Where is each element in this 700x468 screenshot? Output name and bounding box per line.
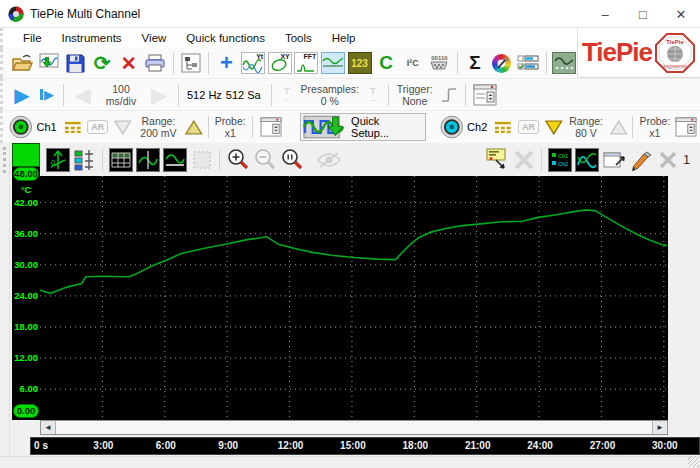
horizontal-cursors-button[interactable] bbox=[161, 146, 188, 174]
graph-colors-button[interactable] bbox=[627, 146, 654, 174]
sigma-icon: Σ bbox=[469, 52, 480, 74]
new-window-icon bbox=[602, 149, 626, 171]
resize-grip[interactable] bbox=[688, 456, 699, 467]
new-meter-button[interactable]: 123 bbox=[346, 50, 373, 76]
delete-button[interactable]: ✕ bbox=[115, 50, 142, 76]
scroll-right-button[interactable]: ► bbox=[652, 421, 667, 434]
delete-comments-button[interactable] bbox=[510, 146, 537, 174]
record-length-readout: 512 Sa bbox=[226, 89, 261, 101]
x-tick-label: 3:00 bbox=[93, 440, 113, 451]
menu-quick-functions[interactable]: Quick functions bbox=[176, 30, 275, 46]
zoom-reset-button[interactable] bbox=[278, 146, 305, 174]
zoom-in-button[interactable] bbox=[224, 146, 251, 174]
trigger-edge-icon[interactable] bbox=[440, 85, 458, 105]
delete-icon: ✕ bbox=[121, 52, 137, 75]
x-tick-label: 0 s bbox=[34, 440, 48, 451]
y-tick-label: 24.00 bbox=[14, 290, 38, 301]
serial-analyzer-button[interactable]: 00110 bbox=[426, 50, 453, 76]
new-yt-graph-button[interactable]: Yt bbox=[240, 50, 267, 76]
timebase-slower-button[interactable]: ◀ bbox=[68, 82, 98, 108]
ch2-settings-button[interactable] bbox=[673, 114, 700, 140]
toolbar-separator bbox=[178, 84, 179, 106]
object-tree-button[interactable] bbox=[178, 50, 205, 76]
menu-instruments[interactable]: Instruments bbox=[52, 30, 132, 46]
title-bar: TiePie Multi Channel – □ ✕ bbox=[0, 0, 700, 28]
maximize-button[interactable]: □ bbox=[624, 0, 662, 28]
trigger-readout[interactable]: Trigger: None bbox=[393, 83, 437, 107]
channel-list-settings-button[interactable] bbox=[515, 50, 542, 76]
can-analyzer-button[interactable]: C bbox=[373, 50, 400, 76]
y-axis-strip: 48.00 °C 42.0036.0030.0024.0018.0012.006… bbox=[12, 143, 40, 420]
open-in-window-button[interactable] bbox=[600, 146, 627, 174]
ch2-bnc-icon[interactable] bbox=[440, 115, 464, 139]
rect-zoom-button[interactable] bbox=[188, 146, 215, 174]
legend-toggle-button[interactable]: Ch1 Ch2 bbox=[546, 146, 573, 174]
presamples-increase-button[interactable]: T → bbox=[362, 87, 384, 103]
menu-help[interactable]: Help bbox=[322, 30, 366, 46]
timebase-value: 100 bbox=[98, 83, 144, 95]
import-data-button[interactable] bbox=[36, 50, 63, 76]
ch1-settings-button[interactable] bbox=[257, 114, 284, 140]
toolbar-separator bbox=[63, 84, 64, 106]
ch2-range-value: 80 V bbox=[564, 127, 609, 139]
active-graph-icon bbox=[321, 52, 345, 74]
vertical-cursors-button[interactable] bbox=[134, 146, 161, 174]
one-shot-button[interactable]: ▶ bbox=[35, 82, 59, 108]
scroll-left-button[interactable]: ◄ bbox=[41, 421, 56, 434]
presamples-decrease-button[interactable]: T ← bbox=[276, 87, 298, 103]
menu-file[interactable]: File bbox=[13, 30, 52, 46]
refresh-button[interactable]: ⟳ bbox=[89, 50, 116, 76]
color-settings-button[interactable] bbox=[488, 50, 515, 76]
ch1-coupling-icon[interactable] bbox=[63, 120, 83, 134]
y-axis-slider[interactable] bbox=[12, 143, 40, 167]
sources-list-button[interactable] bbox=[71, 146, 98, 174]
scrollbar-track[interactable] bbox=[56, 421, 652, 434]
ch1-range-down-icon[interactable] bbox=[113, 119, 133, 136]
ch2-coupling-icon[interactable] bbox=[493, 120, 513, 134]
open-folder-icon bbox=[11, 54, 33, 72]
value-table-button[interactable] bbox=[107, 146, 134, 174]
data-logger-button[interactable] bbox=[551, 50, 578, 76]
zoom-out-button[interactable] bbox=[251, 146, 278, 174]
ch1-autorange-button[interactable]: AR bbox=[87, 120, 108, 134]
add-comment-button[interactable] bbox=[483, 146, 510, 174]
graph-index-label: 1 bbox=[683, 153, 690, 167]
quick-setup-button[interactable]: Quick Setup... bbox=[300, 113, 426, 141]
print-button[interactable] bbox=[142, 50, 169, 76]
add-instrument-button[interactable]: + bbox=[213, 50, 240, 76]
active-graph-button[interactable] bbox=[320, 50, 347, 76]
new-fft-graph-button[interactable]: FFT bbox=[293, 50, 320, 76]
menu-view[interactable]: View bbox=[132, 30, 177, 46]
timebase-faster-button[interactable]: ▶ bbox=[144, 82, 174, 108]
instrument-settings-button[interactable] bbox=[470, 82, 500, 108]
zoom-reset-icon bbox=[280, 148, 304, 172]
axis-settings-button[interactable]: 0 bbox=[44, 146, 71, 174]
add-icon: + bbox=[220, 50, 233, 76]
close-graph-button[interactable] bbox=[654, 146, 681, 174]
ch1-range-label: Range: bbox=[133, 115, 184, 127]
menu-tools[interactable]: Tools bbox=[275, 30, 322, 46]
math-sigma-button[interactable]: Σ bbox=[462, 50, 489, 76]
y-axis-max-label[interactable]: 48.00 bbox=[13, 167, 39, 181]
start-measurement-button[interactable]: ▶ bbox=[9, 82, 35, 108]
ch2-range-up-icon[interactable] bbox=[609, 119, 629, 136]
legend-icon: Ch1 Ch2 bbox=[548, 148, 572, 172]
horizontal-scrollbar[interactable]: ◄ ► bbox=[40, 420, 668, 435]
interpolation-button[interactable] bbox=[573, 146, 600, 174]
ch1-probe-value: x1 bbox=[213, 127, 248, 139]
hide-sources-button[interactable] bbox=[315, 146, 342, 174]
open-file-button[interactable] bbox=[9, 50, 36, 76]
close-button[interactable]: ✕ bbox=[662, 0, 700, 28]
ch1-range-up-icon[interactable] bbox=[184, 119, 204, 136]
save-button[interactable] bbox=[62, 50, 89, 76]
ch2-range-down-icon[interactable] bbox=[544, 119, 564, 136]
new-xy-graph-button[interactable]: XY bbox=[266, 50, 293, 76]
plot-area[interactable] bbox=[40, 176, 668, 420]
minimize-button[interactable]: – bbox=[586, 0, 624, 28]
ch1-bnc-icon[interactable] bbox=[9, 115, 33, 139]
panel-splitter[interactable] bbox=[0, 143, 10, 456]
svg-text:0: 0 bbox=[51, 159, 55, 166]
y-axis-min-label[interactable]: 0.00 bbox=[13, 404, 39, 418]
i2c-analyzer-button[interactable]: I²C bbox=[400, 50, 427, 76]
ch2-autorange-button[interactable]: AR bbox=[518, 120, 539, 134]
